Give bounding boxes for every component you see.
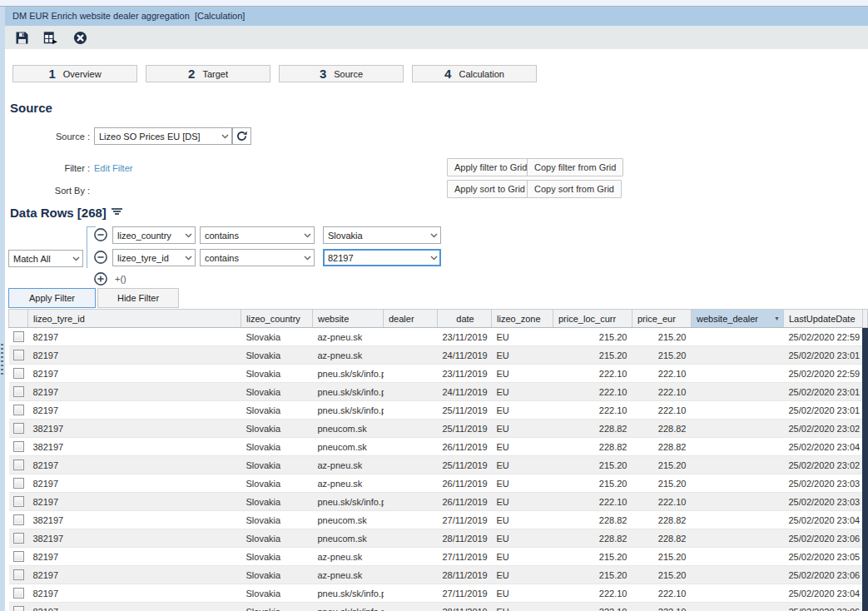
filter-value-select[interactable]: 82197	[323, 249, 441, 266]
cell-price_loc_curr: 222.10	[553, 603, 632, 611]
cell-LastUpdateDate: 25/02/2020 23:03	[784, 474, 863, 493]
scrollbar-thumb[interactable]	[862, 328, 868, 611]
filter-operator-select[interactable]: contains	[200, 226, 315, 244]
row-checkbox[interactable]	[13, 331, 24, 342]
remove-condition-button[interactable]	[93, 227, 108, 242]
cell-date: 26/11/2019	[438, 438, 492, 456]
row-checkbox-cell	[9, 401, 28, 420]
table-row[interactable]: 82197Slovakiaaz-pneu.sk28/11/2019EU215.2…	[9, 566, 863, 584]
hide-filter-button[interactable]: Hide Filter	[97, 288, 179, 308]
copy-sort-from-grid-button[interactable]: Copy sort from Grid	[527, 180, 622, 198]
copy-filter-from-grid-button[interactable]: Copy filter from Grid	[527, 158, 623, 176]
column-header-label: lizeo_tyre_id	[33, 314, 85, 324]
table-row[interactable]: 82197Slovakiapneu.sk/sk/info.php24/11/20…	[9, 383, 863, 401]
column-header-website_dealer[interactable]: website_dealer▼	[692, 310, 784, 328]
filter-value-value: 82197	[324, 253, 427, 263]
cell-dealer	[384, 584, 438, 603]
run-calculation-button[interactable]	[42, 29, 59, 46]
column-header-lizeo_tyre_id[interactable]: lizeo_tyre_id	[28, 310, 241, 328]
table-row[interactable]: 82197Slovakiaaz-pneu.sk24/11/2019EU215.2…	[9, 346, 863, 365]
tab-source[interactable]: 3 Source	[279, 65, 404, 82]
column-header-date[interactable]: date	[438, 310, 492, 328]
cell-website_dealer	[692, 566, 784, 584]
apply-filter-button[interactable]: Apply Filter	[8, 288, 96, 308]
column-header-dealer[interactable]: dealer	[384, 310, 438, 328]
cell-LastUpdateDate: 25/02/2020 22:59	[784, 365, 863, 383]
filter-field-select[interactable]: lizeo_tyre_id	[112, 249, 196, 266]
cell-price_loc_curr: 222.10	[553, 493, 632, 511]
match-mode-select[interactable]: Match All	[8, 250, 83, 267]
column-header-price_loc_curr[interactable]: price_loc_curr	[553, 310, 632, 328]
column-header-website[interactable]: website	[313, 310, 384, 328]
filter-operator-select[interactable]: contains	[200, 249, 315, 266]
cell-lizeo_country: Slovakia	[241, 493, 313, 511]
filter-funnel-icon[interactable]	[112, 208, 122, 216]
table-row[interactable]: 82197Slovakiapneu.sk/sk/info.php26/11/20…	[9, 493, 863, 511]
data-rows-heading-row: Data Rows [268]	[10, 206, 122, 220]
edit-filter-link[interactable]: Edit Filter	[94, 163, 132, 173]
run-calculation-icon	[43, 31, 58, 45]
table-row[interactable]: 82197Slovakiapneu.sk/sk/info.php25/11/20…	[9, 401, 863, 420]
table-row[interactable]: 82197Slovakiaaz-pneu.sk23/11/2019EU215.2…	[9, 328, 863, 346]
cell-dealer	[384, 566, 438, 584]
row-checkbox[interactable]	[13, 588, 24, 599]
table-row[interactable]: 82197Slovakiaaz-pneu.sk25/11/2019EU215.2…	[9, 456, 863, 474]
table-row[interactable]: 382197Slovakiapneucom.sk27/11/2019EU228.…	[9, 511, 863, 529]
cell-website: pneu.sk/sk/info.php	[313, 365, 384, 383]
cell-date: 25/11/2019	[438, 401, 492, 420]
cell-lizeo_country: Slovakia	[241, 328, 313, 346]
tab-calculation[interactable]: 4 Calculation	[412, 65, 537, 82]
row-checkbox[interactable]	[13, 514, 24, 525]
cell-dealer	[384, 493, 438, 511]
cell-price_loc_curr: 222.10	[553, 383, 632, 401]
cell-price_loc_curr: 215.20	[553, 548, 632, 566]
column-header-price_eur[interactable]: price_eur	[632, 310, 692, 328]
table-row[interactable]: 382197Slovakiapneucom.sk25/11/2019EU228.…	[9, 420, 863, 438]
splitter-drag-handle[interactable]	[1, 344, 3, 375]
add-condition-group-button[interactable]: +()	[115, 274, 126, 284]
table-row[interactable]: 82197Slovakiapneu.sk/sk/info.php27/11/20…	[9, 584, 863, 603]
row-checkbox[interactable]	[13, 441, 24, 452]
source-label: Source :	[17, 132, 90, 142]
row-checkbox[interactable]	[13, 551, 24, 562]
source-select[interactable]: Lizeo SO Prices EU [DS]	[94, 127, 232, 145]
row-checkbox-cell	[9, 456, 28, 474]
table-row[interactable]: 382197Slovakiapneucom.sk28/11/2019EU228.…	[9, 529, 863, 548]
remove-condition-button[interactable]	[93, 250, 108, 265]
tab-overview[interactable]: 1 Overview	[12, 65, 137, 82]
table-row[interactable]: 82197Slovakiaaz-pneu.sk27/11/2019EU215.2…	[9, 548, 863, 566]
row-checkbox[interactable]	[13, 368, 24, 379]
row-checkbox[interactable]	[13, 606, 24, 611]
row-checkbox[interactable]	[13, 423, 24, 434]
table-row[interactable]: 82197Slovakiapneu.sk/sk/info.php28/11/20…	[9, 603, 863, 611]
tab-target[interactable]: 2 Target	[146, 65, 270, 82]
column-header-lizeo_zone[interactable]: lizeo_zone	[492, 310, 553, 328]
data-rows-heading: Data Rows [268]	[10, 206, 107, 220]
add-condition-button[interactable]	[93, 271, 108, 286]
apply-sort-to-grid-button[interactable]: Apply sort to Grid	[447, 180, 533, 198]
row-checkbox[interactable]	[13, 350, 24, 360]
column-header-LastUpdateDate[interactable]: LastUpdateDate	[784, 310, 863, 328]
apply-filter-to-grid-button[interactable]: Apply filter to Grid	[447, 158, 534, 176]
table-row[interactable]: 382197Slovakiapneucom.sk26/11/2019EU228.…	[9, 438, 863, 456]
row-checkbox[interactable]	[13, 459, 24, 470]
row-checkbox[interactable]	[13, 478, 24, 489]
cell-lizeo_country: Slovakia	[241, 383, 313, 401]
row-checkbox[interactable]	[13, 569, 24, 580]
cell-lizeo_zone: EU	[492, 511, 553, 529]
row-checkbox[interactable]	[13, 405, 24, 415]
refresh-source-button[interactable]	[232, 127, 251, 145]
table-row[interactable]: 82197Slovakiaaz-pneu.sk26/11/2019EU215.2…	[9, 474, 863, 493]
filter-value-select[interactable]: Slovakia	[323, 226, 441, 244]
row-checkbox[interactable]	[13, 386, 24, 397]
filter-field-select[interactable]: lizeo_country	[112, 226, 196, 244]
close-button[interactable]	[72, 29, 88, 46]
chevron-down-icon	[181, 256, 195, 261]
cell-dealer	[384, 603, 438, 611]
row-checkbox[interactable]	[13, 533, 24, 544]
table-row[interactable]: 82197Slovakiapneu.sk/sk/info.php23/11/20…	[9, 365, 863, 383]
row-checkbox[interactable]	[13, 496, 24, 507]
column-header-lizeo_country[interactable]: lizeo_country	[241, 310, 313, 328]
save-button[interactable]	[13, 29, 30, 46]
scrollbar-track-top	[862, 309, 868, 328]
